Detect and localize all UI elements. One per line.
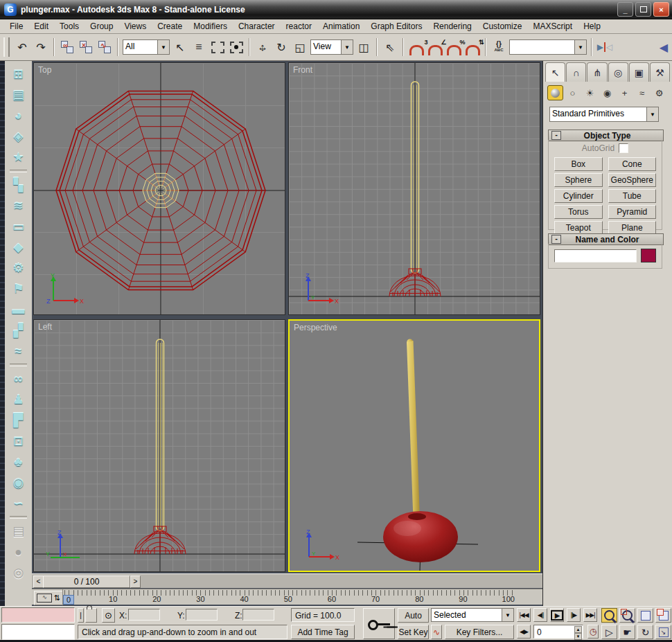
- maximize-button[interactable]: [635, 2, 651, 17]
- menu-edit[interactable]: Edit: [28, 20, 54, 33]
- go-to-end-button[interactable]: ▶▶|: [583, 608, 597, 622]
- next-frame-button[interactable]: ||▶: [567, 608, 581, 622]
- viewport-perspective-label[interactable]: Perspective: [294, 323, 337, 332]
- plane-button[interactable]: Plane: [608, 221, 657, 235]
- cone-button[interactable]: Cone: [608, 157, 657, 171]
- chevron-down-icon[interactable]: ▼: [646, 107, 658, 121]
- sphere-object-icon[interactable]: ◕: [5, 105, 32, 126]
- z-coordinate-field[interactable]: [242, 609, 274, 621]
- plant-object-icon[interactable]: ♣: [5, 452, 32, 472]
- play-button[interactable]: ▶: [550, 608, 564, 622]
- weathervane-object-icon[interactable]: ⚑: [5, 278, 32, 299]
- frame-spinner[interactable]: ▲▼: [574, 626, 582, 637]
- torus-button[interactable]: Torus: [554, 205, 603, 219]
- select-and-rotate-icon[interactable]: ↻: [273, 38, 290, 56]
- maxscript-mini-listener-pink[interactable]: [1, 607, 75, 623]
- menu-file[interactable]: File: [4, 20, 28, 33]
- viewport-top-label[interactable]: Top: [38, 65, 51, 75]
- redo-icon[interactable]: ↷: [33, 38, 49, 56]
- primitives-cubes-icon[interactable]: ⊞: [5, 64, 32, 84]
- angle-snap-icon[interactable]: ∠: [427, 38, 443, 56]
- tab-modify[interactable]: ∩: [566, 62, 586, 82]
- menu-reactor[interactable]: reactor: [281, 20, 317, 33]
- viewport-left[interactable]: Left: [33, 319, 285, 572]
- spring-object-icon[interactable]: ≋: [5, 195, 32, 216]
- unlink-selection-icon[interactable]: ×: [78, 38, 94, 56]
- collapse-icon[interactable]: -: [551, 131, 561, 140]
- capsule-object-icon[interactable]: ▭: [5, 216, 32, 237]
- box-button[interactable]: Box: [554, 157, 603, 171]
- time-slider[interactable]: < 0 / 100 >: [32, 573, 542, 588]
- sphere-button[interactable]: Sphere: [554, 173, 603, 187]
- tab-hierarchy[interactable]: ⋔: [587, 62, 607, 82]
- category-cameras[interactable]: ◉: [599, 85, 615, 100]
- waves-object-icon[interactable]: ≈: [5, 341, 32, 362]
- ball-material-icon[interactable]: ●: [5, 542, 32, 562]
- cloth-object-icon[interactable]: ▤: [5, 84, 32, 105]
- wall-object-icon[interactable]: ▛: [5, 410, 32, 431]
- menu-create[interactable]: Create: [152, 20, 188, 33]
- field-of-view-button[interactable]: ▷: [601, 625, 617, 639]
- tab-create[interactable]: ↖: [545, 62, 565, 82]
- menu-tools[interactable]: Tools: [54, 20, 85, 33]
- chevron-down-icon[interactable]: ▼: [341, 40, 353, 54]
- auto-key-button[interactable]: Auto Key: [398, 608, 429, 623]
- subcategory-dropdown[interactable]: Standard Primitives ▼: [549, 107, 659, 122]
- open-mini-curve-editor-button[interactable]: ∿⇅: [34, 591, 63, 605]
- toolbar-scroll-left-icon[interactable]: ◀: [655, 38, 672, 56]
- menu-views[interactable]: Views: [118, 20, 152, 33]
- selection-filter-dropdown[interactable]: All▼: [123, 39, 170, 55]
- zoom-extents-all-button[interactable]: [655, 608, 671, 623]
- geosphere-button[interactable]: GeoSphere: [608, 173, 657, 187]
- cloth-material-icon[interactable]: ▤: [5, 521, 32, 542]
- tube-button[interactable]: Tube: [608, 189, 657, 203]
- autogrid-checkbox[interactable]: [619, 143, 628, 153]
- gear-object-icon[interactable]: ⚙: [5, 258, 32, 278]
- figure-object-icon[interactable]: ♟: [5, 389, 32, 410]
- selection-set-dropdown[interactable]: Selected ▼: [431, 608, 514, 622]
- reference-coordinate-system-dropdown[interactable]: View▼: [310, 39, 353, 55]
- viewport-top[interactable]: Top Y X Z: [33, 62, 285, 315]
- swirl-material-icon[interactable]: ◎: [5, 562, 32, 583]
- zoom-button[interactable]: [601, 608, 617, 623]
- key-mode-toggle-button[interactable]: ◀▶: [517, 625, 531, 639]
- set-key-button[interactable]: Set Key: [398, 625, 429, 639]
- add-time-tag-button[interactable]: Add Time Tag: [291, 625, 355, 639]
- menu-modifiers[interactable]: Modifiers: [188, 20, 233, 33]
- object-name-input[interactable]: [554, 249, 637, 262]
- named-selection-dropdown[interactable]: ▼: [509, 39, 587, 55]
- object-color-swatch[interactable]: [641, 249, 656, 262]
- car-object-icon[interactable]: ▬: [5, 299, 32, 320]
- time-slider-handle[interactable]: 0 / 100: [43, 576, 130, 588]
- menu-animation[interactable]: Animation: [317, 20, 365, 33]
- go-to-start-button[interactable]: |◀◀: [517, 608, 531, 622]
- zoom-extents-button[interactable]: [637, 608, 653, 623]
- close-button[interactable]: ×: [653, 2, 669, 17]
- tab-utilities[interactable]: ⚒: [650, 62, 670, 82]
- title-bar[interactable]: G plunger.max - Autodesk 3ds Max 8 - Sta…: [0, 0, 672, 19]
- category-geometry[interactable]: [547, 85, 563, 100]
- time-slider-prev-button[interactable]: <: [33, 576, 44, 588]
- menu-help[interactable]: Help: [578, 20, 606, 33]
- teapot-button[interactable]: Teapot: [554, 221, 603, 235]
- select-object-icon[interactable]: ↖: [172, 38, 188, 56]
- viewport-front[interactable]: Front: [288, 62, 540, 315]
- trackbar-ruler[interactable]: 0102030405060708090100: [62, 589, 541, 605]
- badge-object-icon[interactable]: ◉: [5, 472, 32, 493]
- pyramid-button[interactable]: Pyramid: [608, 205, 657, 219]
- named-selection-sets-icon[interactable]: {}ABC: [490, 38, 507, 56]
- spindle-object-icon[interactable]: ◈: [5, 126, 32, 147]
- maxscript-mini-listener-white[interactable]: [1, 624, 75, 640]
- tab-display[interactable]: ▣: [629, 62, 649, 82]
- menu-graph-editors[interactable]: Graph Editors: [365, 20, 427, 33]
- spinner-snap-icon[interactable]: ⇅: [464, 38, 481, 56]
- previous-frame-button[interactable]: ◀||: [533, 608, 547, 622]
- minimize-button[interactable]: _: [617, 2, 633, 17]
- hinge-object-icon[interactable]: ▞: [5, 320, 32, 341]
- select-and-scale-icon[interactable]: ◱: [292, 38, 308, 56]
- star-object-icon[interactable]: ★: [5, 147, 32, 168]
- chevron-down-icon[interactable]: ▼: [157, 40, 169, 54]
- track-bar[interactable]: ∿⇅ 0102030405060708090100: [32, 589, 542, 605]
- time-slider-next-button[interactable]: >: [130, 576, 141, 588]
- status-panel-splitter[interactable]: |: [78, 608, 84, 623]
